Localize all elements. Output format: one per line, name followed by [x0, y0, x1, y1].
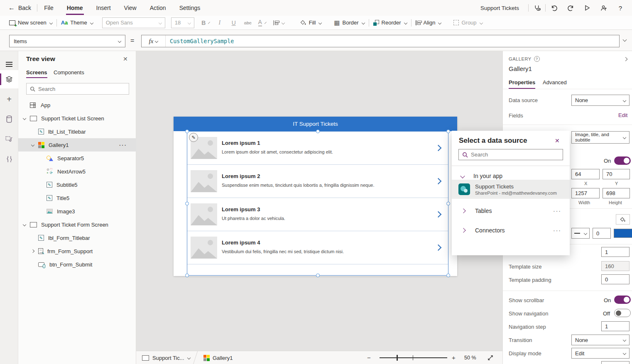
- tree-item-subtitle5[interactable]: ✎ Subtitle5: [18, 178, 136, 191]
- menu-insert[interactable]: Insert: [90, 0, 118, 16]
- gallery-item-1[interactable]: Lorem ipsum 1 Lorem ipsum dolor sit amet…: [187, 132, 448, 165]
- resize-handle-top-right[interactable]: [446, 129, 450, 133]
- tree-item-form-screen[interactable]: Support Ticket Form Screen: [18, 218, 136, 231]
- border-thickness-input[interactable]: [593, 228, 611, 239]
- new-screen-button[interactable]: New screen: [5, 16, 56, 30]
- display-mode-dropdown[interactable]: Edit: [571, 348, 630, 359]
- tab-advanced[interactable]: Advanced: [543, 79, 567, 86]
- tree-item-list-screen[interactable]: Support Ticket List Screen: [18, 112, 136, 125]
- tree-search-box[interactable]: [26, 83, 129, 95]
- item-title[interactable]: Lorem ipsum 1: [222, 140, 260, 146]
- height-input[interactable]: [603, 188, 630, 198]
- tree-item-lbl-list-titlebar[interactable]: ✎ lbl_List_Titlebar: [18, 125, 136, 138]
- insert-rail-icon[interactable]: +: [0, 90, 18, 108]
- transition-dropdown[interactable]: None: [571, 335, 630, 345]
- template-padding-input[interactable]: [601, 274, 630, 284]
- next-arrow-icon[interactable]: [435, 145, 442, 151]
- formula-bar-expand-icon[interactable]: [623, 38, 627, 42]
- tree-item-app[interactable]: App: [18, 98, 136, 112]
- tree-view-rail-icon[interactable]: [0, 70, 18, 88]
- tree-item-title5[interactable]: ✎ Title5: [18, 191, 136, 205]
- item-subtitle[interactable]: Vestibulum dui felis, fringilla nec mi s…: [222, 249, 344, 254]
- show-navigation-toggle[interactable]: [614, 309, 631, 317]
- next-arrow-icon[interactable]: [435, 178, 442, 185]
- tree-search-input[interactable]: [38, 86, 125, 92]
- data-rail-icon[interactable]: [0, 110, 18, 128]
- image-placeholder[interactable]: [191, 237, 217, 259]
- fill-button[interactable]: Fill: [296, 16, 326, 30]
- edit-gallery-pencil-icon[interactable]: ✎: [189, 133, 198, 142]
- image-placeholder[interactable]: [191, 203, 217, 225]
- tree-item-gallery1[interactable]: Gallery1 ···: [18, 138, 136, 151]
- app-checker-icon[interactable]: [529, 0, 545, 16]
- next-arrow-icon[interactable]: [435, 211, 442, 218]
- layout-dropdown[interactable]: Image, title, and subtitle: [571, 131, 630, 144]
- formula-input[interactable]: [166, 35, 619, 47]
- reorder-button[interactable]: Reorder: [369, 16, 411, 30]
- item-subtitle[interactable]: Suspendisse enim metus, tincidunt quis l…: [222, 183, 374, 188]
- back-button[interactable]: ← Back: [0, 4, 37, 12]
- tree-item-separator5[interactable]: Separator5: [18, 151, 136, 165]
- menu-action[interactable]: Action: [143, 0, 173, 16]
- more-options-icon[interactable]: ···: [553, 208, 561, 214]
- popup-search-input[interactable]: [471, 151, 559, 158]
- border-style-dropdown[interactable]: [571, 228, 590, 239]
- x-input[interactable]: [571, 169, 600, 179]
- navigation-step-input[interactable]: [601, 321, 630, 331]
- fill-color-button[interactable]: [616, 214, 630, 225]
- border-button[interactable]: ▦ Border: [330, 16, 368, 30]
- more-options-icon[interactable]: ···: [553, 227, 561, 234]
- wrap-count-input[interactable]: [601, 247, 630, 257]
- tab-properties[interactable]: Properties: [509, 79, 535, 86]
- selected-control-breadcrumb[interactable]: Gallery1: [203, 351, 233, 364]
- share-person-icon[interactable]: [595, 0, 612, 16]
- gallery-item-3[interactable]: Lorem ipsum 3 Ut pharetra a dolor ac veh…: [187, 198, 448, 231]
- gallery-control[interactable]: Lorem ipsum 1 Lorem ipsum dolor sit amet…: [187, 131, 448, 276]
- redo-icon[interactable]: [562, 0, 579, 16]
- screen-selector[interactable]: Support Tic...: [142, 351, 190, 364]
- fullscreen-expand-icon[interactable]: [487, 354, 494, 361]
- image-placeholder[interactable]: [191, 170, 217, 192]
- property-selector[interactable]: Items: [9, 35, 125, 47]
- item-title[interactable]: Lorem ipsum 3: [222, 206, 260, 213]
- resize-handle-bottom-right[interactable]: [446, 274, 450, 277]
- group-connectors[interactable]: Connectors ···: [452, 224, 570, 237]
- next-arrow-icon[interactable]: [435, 244, 442, 251]
- help-icon[interactable]: ?: [612, 0, 629, 16]
- tree-item-btn-form-submit[interactable]: btn_Form_Submit: [18, 258, 136, 271]
- theme-button[interactable]: Aa Theme: [57, 16, 97, 30]
- item-title[interactable]: Lorem ipsum 4: [222, 239, 260, 246]
- tab-screens[interactable]: Screens: [26, 69, 47, 76]
- data-source-dropdown[interactable]: None: [571, 95, 630, 106]
- collapse-panel-icon[interactable]: [624, 57, 628, 61]
- tree-item-nextarrow5[interactable]: ⊘♡+⟳ NextArrow5: [18, 165, 136, 178]
- zoom-out-icon[interactable]: −: [367, 354, 371, 361]
- screen-titlebar[interactable]: IT Support Tickets: [174, 117, 457, 131]
- menu-file[interactable]: File: [37, 0, 60, 16]
- group-tables[interactable]: Tables ···: [452, 205, 570, 217]
- undo-icon[interactable]: [546, 0, 562, 16]
- datasource-support-tickets[interactable]: Support Tickets SharePoint - md@matthewd…: [452, 180, 570, 199]
- close-icon[interactable]: ✕: [555, 137, 560, 144]
- zoom-in-icon[interactable]: +: [452, 354, 456, 361]
- border-color-swatch[interactable]: [614, 229, 632, 238]
- gallery-item-4[interactable]: Lorem ipsum 4 Vestibulum dui felis, frin…: [187, 231, 448, 264]
- item-subtitle[interactable]: Lorem ipsum dolor sit amet, consectetur …: [222, 149, 333, 154]
- tree-item-image3[interactable]: Image3: [18, 205, 136, 218]
- popup-search-box[interactable]: [458, 149, 563, 160]
- close-icon[interactable]: ✕: [123, 56, 128, 62]
- fields-edit-link[interactable]: Edit: [618, 112, 627, 118]
- play-icon[interactable]: [579, 0, 595, 16]
- menu-settings[interactable]: Settings: [173, 0, 207, 16]
- tree-item-lbl-form-titlebar[interactable]: ✎ lbl_Form_Titlebar: [18, 231, 136, 244]
- y-input[interactable]: [603, 169, 630, 179]
- resize-handle-bottom-left[interactable]: [185, 274, 189, 277]
- resize-handle-bottom-mid[interactable]: [316, 274, 320, 277]
- menu-view[interactable]: View: [118, 0, 143, 16]
- show-scrollbar-toggle[interactable]: [614, 296, 631, 304]
- media-rail-icon[interactable]: [0, 130, 18, 148]
- partial-input[interactable]: [601, 361, 630, 364]
- align-button[interactable]: Align: [412, 16, 446, 30]
- visible-toggle[interactable]: [614, 156, 631, 165]
- resize-handle-top-left[interactable]: [185, 129, 189, 133]
